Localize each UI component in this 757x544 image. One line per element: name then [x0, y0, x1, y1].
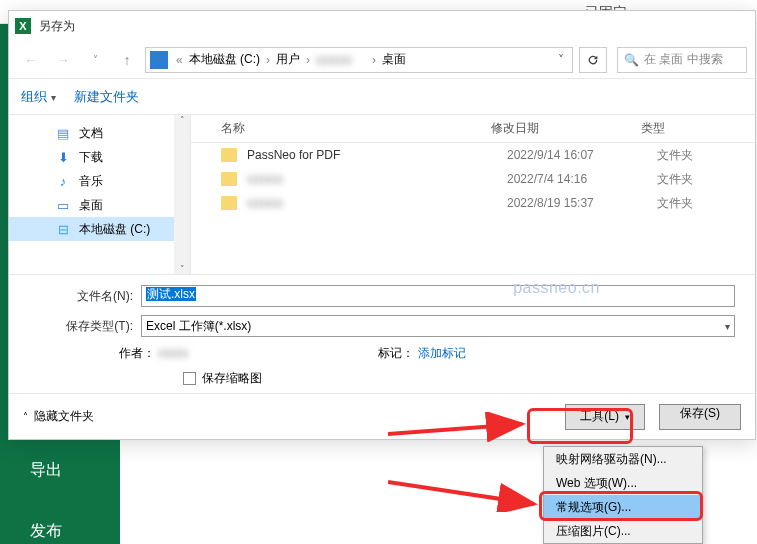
file-rows: PassNeo for PDF 2022/9/14 16:07 文件夹 xxxx… [191, 143, 755, 274]
breadcrumb-dropdown-icon[interactable]: ˅ [554, 53, 568, 67]
drive-icon [150, 51, 168, 69]
tools-dropdown-menu: 映射网络驱动器(N)... Web 选项(W)... 常规选项(G)... 压缩… [543, 446, 703, 544]
folder-icon [221, 196, 237, 210]
save-as-dialog: X 另存为 ← → ˅ ↑ « 本地磁盘 (C:) › 用户 › xxxxxx … [8, 10, 756, 440]
col-type[interactable]: 类型 [641, 120, 755, 137]
file-list-pane: 名称 修改日期 类型 PassNeo for PDF 2022/9/14 16:… [191, 115, 755, 274]
folder-icon [221, 172, 237, 186]
chevron-right-icon: › [368, 53, 380, 67]
scroll-up-icon: ˄ [180, 115, 185, 125]
svg-text:X: X [19, 20, 27, 32]
chevron-right-icon: « [172, 53, 187, 67]
col-date[interactable]: 修改日期 [491, 120, 641, 137]
filetype-label: 保存类型(T): [29, 318, 141, 335]
sidebar-scrollbar[interactable]: ˄˅ [174, 115, 190, 274]
dialog-body: ▤文档 ⬇下载 ♪音乐 ▭桌面 ⊟本地磁盘 (C:) ˄˅ 名称 修改日期 类型… [9, 115, 755, 274]
nav-back-button[interactable]: ← [17, 46, 45, 74]
bc-part-users[interactable]: 用户 [276, 51, 300, 68]
sidebar-item-documents[interactable]: ▤文档 [9, 121, 190, 145]
menu-web-options[interactable]: Web 选项(W)... [544, 471, 702, 495]
sidebar-item-desktop[interactable]: ▭桌面 [9, 193, 190, 217]
column-headers: 名称 修改日期 类型 [191, 115, 755, 143]
nav-recent-caret[interactable]: ˅ [81, 46, 109, 74]
author-value[interactable]: xxxxx [158, 346, 188, 360]
hide-folders-toggle[interactable]: ˄ 隐藏文件夹 [23, 408, 94, 425]
menu-compress-pictures[interactable]: 压缩图片(C)... [544, 519, 702, 543]
search-input[interactable]: 🔍 在 桌面 中搜索 [617, 47, 747, 73]
search-icon: 🔍 [624, 53, 639, 67]
filename-input[interactable]: 测试.xlsx [141, 285, 735, 307]
bc-part-drive[interactable]: 本地磁盘 (C:) [189, 51, 260, 68]
save-thumbnail-label: 保存缩略图 [202, 370, 262, 387]
bc-part-user[interactable]: xxxxxx [316, 53, 366, 67]
caret-down-icon: ▾ [725, 321, 730, 332]
title-bar: X 另存为 [9, 11, 755, 41]
tools-button[interactable]: 工具(L) ▾ [565, 404, 645, 430]
save-thumbnail-checkbox[interactable] [183, 372, 196, 385]
desktop-icon: ▭ [55, 197, 71, 213]
tags-label: 标记： [378, 346, 414, 360]
dialog-footer: ˄ 隐藏文件夹 工具(L) ▾ 保存(S) [9, 393, 755, 439]
organize-button[interactable]: 组织▾ [21, 88, 56, 106]
nav-row: ← → ˅ ↑ « 本地磁盘 (C:) › 用户 › xxxxxx › 桌面 ˅… [9, 41, 755, 79]
sidebar-item-downloads[interactable]: ⬇下载 [9, 145, 190, 169]
bc-part-desktop[interactable]: 桌面 [382, 51, 406, 68]
caret-down-icon: ▾ [51, 92, 56, 103]
drive-icon: ⊟ [55, 221, 71, 237]
filetype-combo[interactable]: Excel 工作簿(*.xlsx) ▾ [141, 315, 735, 337]
table-row[interactable]: xxxxxx 2022/7/4 14:16 文件夹 [191, 167, 755, 191]
nav-publish[interactable]: 发布 [0, 509, 120, 544]
new-folder-button[interactable]: 新建文件夹 [74, 88, 139, 106]
author-label: 作者： [119, 346, 155, 360]
chevron-up-icon: ˄ [23, 411, 28, 422]
svg-line-5 [388, 482, 534, 504]
refresh-button[interactable] [579, 47, 607, 73]
annotation-arrow-2 [388, 472, 543, 512]
chevron-right-icon: › [302, 53, 314, 67]
sidebar-item-music[interactable]: ♪音乐 [9, 169, 190, 193]
dialog-title: 另存为 [39, 18, 75, 35]
refresh-icon [586, 53, 600, 67]
caret-down-icon: ▾ [625, 412, 630, 422]
menu-general-options[interactable]: 常规选项(G)... [544, 495, 702, 519]
toolbar: 组织▾ 新建文件夹 [9, 79, 755, 115]
sidebar-item-drive-c[interactable]: ⊟本地磁盘 (C:) [9, 217, 190, 241]
nav-forward-button[interactable]: → [49, 46, 77, 74]
document-icon: ▤ [55, 125, 71, 141]
tags-add-link[interactable]: 添加标记 [418, 346, 466, 360]
excel-icon: X [15, 18, 31, 34]
col-name[interactable]: 名称 [221, 120, 491, 137]
table-row[interactable]: xxxxxx 2022/8/19 15:37 文件夹 [191, 191, 755, 215]
search-placeholder: 在 桌面 中搜索 [644, 51, 723, 68]
form-area: passneo.cn 文件名(N): 测试.xlsx 保存类型(T): Exce… [9, 274, 755, 393]
folder-icon [221, 148, 237, 162]
chevron-right-icon: › [262, 53, 274, 67]
music-icon: ♪ [55, 173, 71, 189]
download-icon: ⬇ [55, 149, 71, 165]
nav-export[interactable]: 导出 [0, 448, 120, 493]
address-breadcrumb[interactable]: « 本地磁盘 (C:) › 用户 › xxxxxx › 桌面 ˅ [145, 47, 573, 73]
nav-sidebar: ▤文档 ⬇下载 ♪音乐 ▭桌面 ⊟本地磁盘 (C:) ˄˅ [9, 115, 191, 274]
save-button[interactable]: 保存(S) [659, 404, 741, 430]
nav-up-button[interactable]: ↑ [113, 46, 141, 74]
scroll-down-icon: ˅ [180, 264, 185, 274]
table-row[interactable]: PassNeo for PDF 2022/9/14 16:07 文件夹 [191, 143, 755, 167]
menu-map-drive[interactable]: 映射网络驱动器(N)... [544, 447, 702, 471]
filename-label: 文件名(N): [29, 288, 141, 305]
